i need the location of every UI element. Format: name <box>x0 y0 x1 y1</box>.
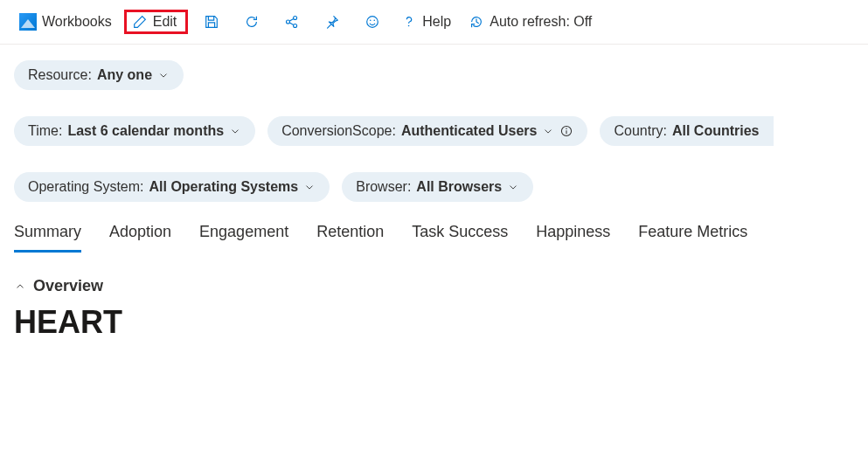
filter-row-3: Operating System: All Operating Systems … <box>14 172 854 202</box>
filter-value: All Browsers <box>416 179 502 195</box>
tab-retention[interactable]: Retention <box>316 223 384 253</box>
filter-area: Resource: Any one Time: Last 6 calendar … <box>0 45 868 207</box>
smiley-icon <box>365 14 380 30</box>
filter-key: Operating System: <box>28 179 144 195</box>
filter-country[interactable]: Country: All Countries <box>600 116 773 146</box>
filter-key: Resource: <box>28 67 92 83</box>
chevron-down-icon <box>507 181 519 193</box>
edit-button[interactable]: Edit <box>132 14 177 30</box>
overview-section: Overview HEART <box>0 253 868 350</box>
filter-time[interactable]: Time: Last 6 calendar months <box>14 116 255 146</box>
filter-row-2: Time: Last 6 calendar months ConversionS… <box>14 116 854 146</box>
help-icon <box>401 14 417 30</box>
filter-key: Time: <box>28 123 62 139</box>
pencil-icon <box>132 14 148 30</box>
filter-resource[interactable]: Resource: Any one <box>14 60 184 90</box>
svg-point-0 <box>287 20 290 24</box>
edit-highlight: Edit <box>124 10 189 34</box>
workbooks-label: Workbooks <box>42 14 112 30</box>
share-icon <box>284 14 300 30</box>
filter-value: Any one <box>97 67 152 83</box>
svg-point-3 <box>367 17 378 28</box>
workbooks-icon <box>19 13 37 31</box>
edit-label: Edit <box>153 14 177 30</box>
share-button[interactable] <box>275 9 309 35</box>
page-title: HEART <box>14 304 854 341</box>
tabs: Summary Adoption Engagement Retention Ta… <box>0 207 868 253</box>
tab-feature-metrics[interactable]: Feature Metrics <box>638 223 747 253</box>
filter-value: Last 6 calendar months <box>67 123 224 139</box>
pin-button[interactable] <box>316 9 349 35</box>
filter-row-1: Resource: Any one <box>14 60 854 90</box>
filter-key: Country: <box>614 123 666 139</box>
overview-toggle[interactable]: Overview <box>14 277 854 295</box>
filter-key: Browser: <box>356 179 411 195</box>
save-icon <box>204 14 219 30</box>
svg-point-4 <box>370 19 372 21</box>
chevron-up-icon <box>14 280 26 293</box>
help-button[interactable]: Help <box>396 10 456 33</box>
filter-browser[interactable]: Browser: All Browsers <box>342 172 533 202</box>
filter-value: All Operating Systems <box>149 179 299 195</box>
history-icon <box>469 14 484 30</box>
workbooks-button[interactable]: Workbooks <box>14 10 117 34</box>
tab-adoption[interactable]: Adoption <box>109 223 171 253</box>
tab-summary[interactable]: Summary <box>14 223 81 253</box>
save-button[interactable] <box>195 9 228 35</box>
autorefresh-label: Auto refresh: Off <box>490 14 592 30</box>
svg-point-8 <box>566 128 567 128</box>
filter-key: ConversionScope: <box>281 123 396 139</box>
filter-value: All Countries <box>672 123 760 139</box>
feedback-button[interactable] <box>356 9 389 35</box>
refresh-button[interactable] <box>235 9 268 35</box>
overview-label: Overview <box>33 277 103 295</box>
refresh-icon <box>244 14 260 30</box>
filter-os[interactable]: Operating System: All Operating Systems <box>14 172 330 202</box>
svg-point-1 <box>294 17 297 20</box>
tab-happiness[interactable]: Happiness <box>536 223 610 253</box>
filter-value: Authenticated Users <box>401 123 538 139</box>
info-icon <box>559 124 573 138</box>
svg-point-5 <box>374 19 376 21</box>
chevron-down-icon <box>157 69 170 81</box>
filter-conversion[interactable]: ConversionScope: Authenticated Users <box>267 116 587 146</box>
help-label: Help <box>422 14 451 30</box>
tab-task-success[interactable]: Task Success <box>412 223 508 253</box>
svg-point-2 <box>294 24 297 28</box>
chevron-down-icon <box>303 181 316 193</box>
autorefresh-button[interactable]: Auto refresh: Off <box>463 10 597 33</box>
toolbar: Workbooks Edit <box>0 0 868 45</box>
svg-point-6 <box>408 25 410 27</box>
chevron-down-icon <box>542 125 554 137</box>
pin-icon <box>324 14 340 30</box>
chevron-down-icon <box>229 125 241 137</box>
tab-engagement[interactable]: Engagement <box>199 223 288 253</box>
